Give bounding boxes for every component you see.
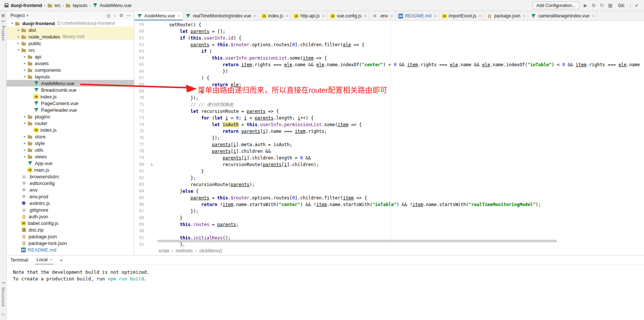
- tree-item-plugins[interactable]: ▸plugins: [7, 113, 134, 120]
- editor-breadcrumb-item[interactable]: methods: [176, 248, 193, 253]
- code-line[interactable]: 78 parents[i].children &&: [134, 148, 644, 155]
- code-line[interactable]: 60 let parents = [];: [134, 28, 644, 35]
- close-icon[interactable]: ×: [523, 14, 525, 18]
- chevron-icon[interactable]: ▸: [22, 155, 27, 158]
- editor-breadcrumb-item[interactable]: script: [158, 248, 169, 253]
- close-icon[interactable]: ×: [364, 14, 366, 18]
- project-toolwindow-button[interactable]: 1: Project: [1, 20, 6, 41]
- tree-item-.env.prod[interactable]: ⚙.env.prod: [7, 193, 134, 200]
- tree-item-package.json[interactable]: {}package.json: [7, 233, 134, 240]
- close-icon[interactable]: ×: [178, 14, 180, 18]
- code-line[interactable]: 68 return ele;: [134, 81, 644, 88]
- locate-icon[interactable]: ◎: [107, 13, 110, 18]
- run-icon[interactable]: ▶: [584, 3, 587, 8]
- code-line[interactable]: 88 }: [134, 215, 644, 221]
- chevron-icon[interactable]: ▸: [16, 28, 21, 32]
- chevron-down-icon[interactable]: ▾: [27, 14, 28, 17]
- tree-item-public[interactable]: ▸public: [7, 40, 134, 47]
- tab-importExcel.js[interactable]: JSimportExcel.js×: [439, 11, 484, 21]
- tree-item-Breadcrumb.vue[interactable]: Breadcrumb.vue: [7, 87, 134, 93]
- code-line[interactable]: 85 parents = this.$router.options.routes…: [134, 195, 644, 201]
- tree-item-.browserslistrc[interactable]: ▤.browserslistrc: [7, 173, 134, 180]
- tree-item-dist.zip[interactable]: dist.zip: [7, 226, 134, 233]
- tree-item-package-lock.json[interactable]: {}package-lock.json: [7, 240, 134, 246]
- code-line[interactable]: 71 // // 递归权限路由: [134, 101, 644, 108]
- new-terminal-button[interactable]: +: [60, 257, 63, 263]
- code-line[interactable]: 87 });: [134, 208, 644, 215]
- code-line[interactable]: 90: [134, 228, 644, 235]
- code-line[interactable]: 89 this.routes = parents;: [134, 221, 644, 228]
- close-icon[interactable]: ×: [390, 14, 393, 18]
- code-line[interactable]: 62 parents = this.$router.options.routes…: [134, 41, 644, 48]
- code-line[interactable]: 59setRoute() {: [134, 21, 644, 28]
- breadcrumb-item[interactable]: duoji-frontend: [4, 3, 42, 8]
- code-line[interactable]: 74 let isAuth = this.userInfo.permission…: [134, 121, 644, 128]
- code-line[interactable]: 66 }): [134, 68, 644, 75]
- tab-http-api.js[interactable]: JShttp-api.js×: [291, 11, 328, 21]
- structure-toolwindow-button[interactable]: 7: Structure: [1, 282, 6, 307]
- code-line[interactable]: 67 ) {: [134, 75, 644, 81]
- tab-.env[interactable]: ⚙.env×: [369, 11, 396, 21]
- history-icon[interactable]: ↻: [600, 3, 604, 8]
- breadcrumb-item[interactable]: layouts: [66, 3, 87, 8]
- tree-item-.eslintrc.js[interactable]: .eslintrc.js: [7, 200, 134, 206]
- tree-item-layouts[interactable]: ▾layouts: [7, 73, 134, 80]
- code-line[interactable]: 83 recursionRoute(parents);: [134, 181, 644, 188]
- chevron-icon[interactable]: ▾: [22, 121, 27, 125]
- tree-item-PageHeader.vue[interactable]: PageHeader.vue: [7, 107, 134, 113]
- code-line[interactable]: 75 return parents[i].name === item.right…: [134, 128, 644, 135]
- code-line[interactable]: 76 });: [134, 135, 644, 141]
- close-icon[interactable]: ×: [286, 14, 288, 18]
- tab-README.md[interactable]: MDREADME.md×: [396, 11, 439, 21]
- code-line[interactable]: 84 }else {: [134, 188, 644, 195]
- tree-item-.editorconfig[interactable]: ⚙.editorconfig: [7, 180, 134, 186]
- code-line[interactable]: 64 this.userInfo.permissionList.some(ite…: [134, 55, 644, 61]
- close-icon[interactable]: ×: [479, 14, 481, 18]
- chevron-icon[interactable]: ▾: [10, 21, 15, 25]
- chevron-icon[interactable]: ▸: [22, 135, 27, 138]
- tree-item-AsideMenu.vue[interactable]: AsideMenu.vue: [7, 80, 134, 87]
- settings-icon[interactable]: ⚙: [591, 3, 596, 8]
- tree-item-src[interactable]: ▾src: [7, 47, 134, 53]
- tree-item-PageContent.vue[interactable]: PageContent.vue: [7, 100, 134, 107]
- chevron-icon[interactable]: ▾: [22, 75, 27, 78]
- chevron-icon[interactable]: ▸: [22, 68, 27, 72]
- tree-item-style[interactable]: ▸style: [7, 140, 134, 146]
- tree-item-App.vue[interactable]: App.vue: [7, 160, 134, 166]
- tab-vue.config.js[interactable]: JSvue.config.js×: [328, 11, 369, 21]
- tree-item-.env[interactable]: ⚙.env: [7, 186, 134, 193]
- tree-item-babel.config.js[interactable]: JSbabel.config.js: [7, 220, 134, 226]
- tree-item-utils[interactable]: ▸utils: [7, 146, 134, 153]
- code-line[interactable]: 77 parents[i].meta.auth = isAuth;: [134, 141, 644, 148]
- tree-item-api[interactable]: ▸api: [7, 53, 134, 60]
- tree-item-.gitignore[interactable]: ▤.gitignore: [7, 206, 134, 213]
- git-commit-icon[interactable]: ✔: [635, 3, 639, 8]
- code-line[interactable]: 61 if (this.userInfo.id) {: [134, 35, 644, 41]
- add-configuration-button[interactable]: Add Configuration...: [532, 1, 580, 9]
- chevron-icon[interactable]: ▸: [22, 115, 27, 118]
- tree-item-views[interactable]: ▸views: [7, 153, 134, 160]
- close-icon[interactable]: ×: [254, 14, 256, 18]
- code-line[interactable]: 69 }: [134, 88, 644, 95]
- code-line[interactable]: 82 };: [134, 175, 644, 181]
- close-icon[interactable]: ×: [322, 14, 325, 18]
- project-toolwindow-icon[interactable]: ▦: [1, 13, 5, 17]
- tree-item-store[interactable]: ▸store: [7, 133, 134, 140]
- chevron-icon[interactable]: ▸: [22, 55, 27, 58]
- chevron-icon[interactable]: ▸: [16, 35, 21, 38]
- tree-item-assets[interactable]: ▸assets: [7, 60, 134, 67]
- breadcrumb-item[interactable]: AsideMenu.vue: [93, 3, 131, 8]
- close-icon[interactable]: ×: [434, 14, 436, 18]
- tree-item-README.md[interactable]: MDREADME.md: [7, 246, 134, 253]
- tree-item-index.js[interactable]: JSindex.js: [7, 127, 134, 133]
- tab-realTimeMonitoring\index.vue[interactable]: realTimeMonitoring\index.vue×: [183, 11, 259, 21]
- tree-item-components[interactable]: ▸components: [7, 67, 134, 73]
- close-icon[interactable]: ×: [592, 14, 594, 18]
- code-line[interactable]: 79 parents[i].children.length > 0 &&: [134, 155, 644, 161]
- tree-item-dist[interactable]: ▸dist: [7, 27, 134, 33]
- tab-cameraManage\index.vue[interactable]: cameraManage\index.vue×: [528, 11, 597, 21]
- tree-item-node_modules[interactable]: ▸node_moduleslibrary root: [7, 33, 134, 40]
- chevron-icon[interactable]: ▸: [22, 148, 27, 152]
- close-icon[interactable]: ×: [50, 257, 52, 262]
- git-pull-icon[interactable]: ↓: [629, 3, 632, 8]
